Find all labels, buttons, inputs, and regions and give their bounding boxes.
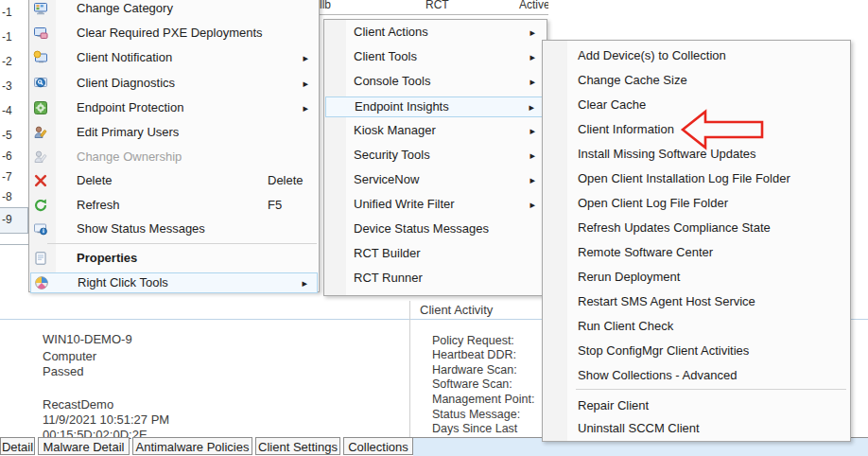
endpoint-insights-submenu: Add Device(s) to Collection Change Cache… xyxy=(542,40,851,442)
activity-label: Status Message: xyxy=(432,408,520,421)
device-status: Passed xyxy=(43,364,83,378)
activity-label: Policy Request: xyxy=(432,334,514,347)
menu-item-repair-client[interactable]: Repair Client xyxy=(544,394,849,418)
diagnostics-icon xyxy=(33,76,48,91)
menu-item-open-client-installation-log-folder[interactable]: Open Client Installation Log File Folder xyxy=(544,167,849,191)
tab-client-settings[interactable]: Client Settings xyxy=(255,437,340,455)
right-click-tools-submenu: Client Actions Client Tools Console Tool… xyxy=(323,19,547,296)
list-item[interactable]: -3 xyxy=(2,79,12,93)
menu-item-show-collections-advanced[interactable]: Show Collections - Advanced xyxy=(544,363,849,388)
menu-item-properties[interactable]: Properties xyxy=(30,246,318,271)
menu-item-refresh[interactable]: Refresh F5 xyxy=(30,193,318,218)
menu-item-servicenow[interactable]: ServiceNow xyxy=(325,167,546,192)
menu-item-kiosk-manager[interactable]: Kiosk Manager xyxy=(325,118,546,143)
list-item[interactable]: -2 xyxy=(2,55,12,68)
site-name: RecastDemo xyxy=(43,397,113,412)
menu-item-endpoint-insights[interactable]: Endpoint Insights xyxy=(325,96,546,117)
context-menu: Change Category Clear Required PXE Deplo… xyxy=(28,0,320,292)
menu-item-restart-sms-agent-host[interactable]: Restart SMS Agent Host Service xyxy=(544,289,849,314)
activity-label: Days Since Last xyxy=(432,422,517,435)
right-click-tools-icon xyxy=(34,275,49,290)
tab-detail[interactable]: Detail xyxy=(0,437,35,455)
screenshot-root: -1 -1 -2 -3 -4 -5 -6 -7 -8 -9 llb RCT Ac… xyxy=(0,0,868,456)
menu-item-device-status-messages[interactable]: Device Status Messages xyxy=(325,217,546,241)
pane-column-divider xyxy=(409,301,410,437)
menu-item-stop-configmgr-client-activities[interactable]: Stop ConfigMgr Client Activities xyxy=(544,339,849,363)
menu-item-unified-write-filter[interactable]: Unified Write Filter xyxy=(325,192,546,217)
list-item[interactable]: -7 xyxy=(2,170,12,184)
column-header[interactable]: RCT xyxy=(425,0,449,11)
delete-icon xyxy=(33,173,48,188)
list-item[interactable]: -6 xyxy=(2,149,12,163)
list-item-selected[interactable]: -9 xyxy=(2,213,12,226)
menu-item-show-status-messages[interactable]: Show Status Messages xyxy=(30,217,318,241)
tab-collections[interactable]: Collections xyxy=(343,437,413,455)
menu-item-edit-primary-users[interactable]: Edit Primary Users xyxy=(30,120,318,145)
list-item[interactable]: -8 xyxy=(2,190,12,203)
user-gray-icon xyxy=(33,149,48,165)
menu-item-client-notification[interactable]: Client Notification xyxy=(30,45,318,70)
list-item[interactable]: -5 xyxy=(2,129,12,142)
device-type: Computer xyxy=(43,349,96,363)
activity-label: Management Point: xyxy=(432,393,534,406)
menu-item-uninstall-sccm-client[interactable]: Uninstall SCCM Client xyxy=(544,416,849,441)
menu-item-right-click-tools[interactable]: Right Click Tools xyxy=(30,272,318,293)
column-header[interactable]: Active xyxy=(519,0,548,11)
menu-separator xyxy=(576,389,846,390)
pxe-icon xyxy=(33,26,48,41)
menu-item-rerun-deployment[interactable]: Rerun Deployment xyxy=(544,265,849,289)
menu-item-change-cache-size[interactable]: Change Cache Size xyxy=(544,68,849,93)
list-item[interactable]: -1 xyxy=(2,30,12,44)
menu-item-add-devices-to-collection[interactable]: Add Device(s) to Collection xyxy=(544,44,849,68)
properties-icon xyxy=(33,251,48,266)
column-header[interactable]: llb xyxy=(320,0,331,11)
menu-item-client-tools[interactable]: Client Tools xyxy=(325,44,546,69)
menu-item-refresh-updates-compliance[interactable]: Refresh Updates Compliance State xyxy=(544,216,849,240)
menu-item-console-tools[interactable]: Console Tools xyxy=(325,69,546,94)
annotation-arrow-icon xyxy=(679,109,766,150)
menu-item-remote-software-center[interactable]: Remote Software Center xyxy=(544,240,849,265)
header-underline xyxy=(316,14,548,15)
menu-item-run-client-check[interactable]: Run Client Check xyxy=(544,314,849,339)
menu-item-delete[interactable]: Delete Delete xyxy=(30,168,318,193)
menu-item-open-client-log-folder[interactable]: Open Client Log File Folder xyxy=(544,191,849,216)
category-icon xyxy=(33,1,48,16)
shortcut-label: F5 xyxy=(268,193,282,218)
status-message-icon xyxy=(33,221,48,237)
tab-antimalware-policies[interactable]: Antimalware Policies xyxy=(132,437,252,455)
menu-item-rct-runner[interactable]: RCT Runner xyxy=(325,266,546,290)
menu-item-clear-pxe[interactable]: Clear Required PXE Deployments xyxy=(30,21,318,45)
menu-item-endpoint-protection[interactable]: Endpoint Protection xyxy=(30,96,318,120)
client-activity-title: Client Activity xyxy=(420,303,493,317)
menu-item-change-category[interactable]: Change Category xyxy=(30,0,318,21)
menu-separator xyxy=(47,243,317,244)
list-item[interactable]: -4 xyxy=(2,104,12,117)
user-edit-icon xyxy=(33,125,48,140)
activity-label: Software Scan: xyxy=(432,377,512,391)
menu-item-security-tools[interactable]: Security Tools xyxy=(325,143,546,167)
refresh-icon xyxy=(33,198,48,213)
notification-icon xyxy=(33,50,48,65)
list-bottom-divider xyxy=(0,244,28,245)
timestamp: 11/9/2021 10:51:27 PM xyxy=(43,412,169,427)
activity-label: Hardware Scan: xyxy=(432,363,517,377)
shortcut-label: Delete xyxy=(268,168,304,193)
menu-item-client-actions[interactable]: Client Actions xyxy=(325,20,546,44)
activity-label: Heartbeat DDR: xyxy=(432,348,516,361)
shield-icon xyxy=(33,100,48,115)
tab-malware-detail[interactable]: Malware Detail xyxy=(38,437,130,455)
menu-item-rct-builder[interactable]: RCT Builder xyxy=(325,241,546,266)
menu-item-client-diagnostics[interactable]: Client Diagnostics xyxy=(30,71,318,96)
menu-item-change-ownership: Change Ownership xyxy=(30,145,318,169)
device-name: WIN10-DEMO-9 xyxy=(43,332,132,346)
